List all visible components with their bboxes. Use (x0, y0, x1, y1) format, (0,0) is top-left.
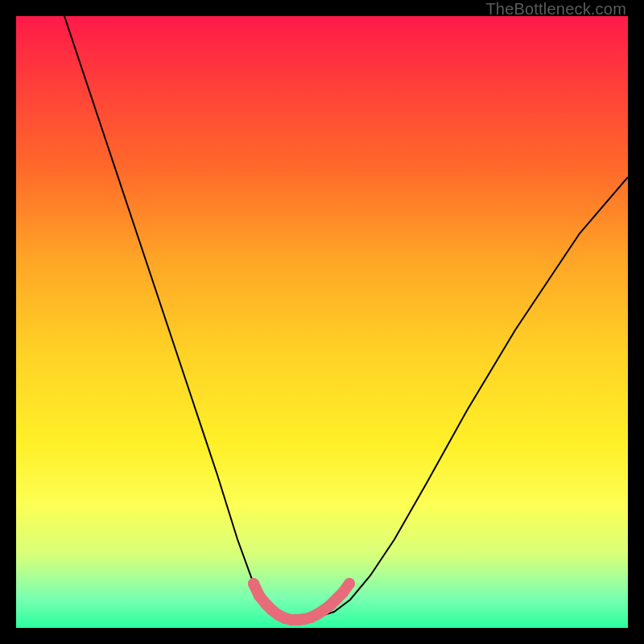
chart-svg (16, 16, 628, 628)
highlight-dot (344, 578, 355, 589)
main-curve (64, 16, 628, 620)
highlight-dot (248, 578, 259, 589)
highlight-dots (248, 578, 355, 625)
